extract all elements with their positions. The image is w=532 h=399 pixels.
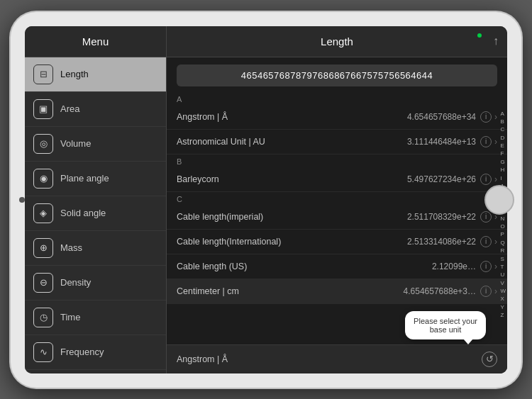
alpha-letter-u[interactable]: U <box>500 272 506 279</box>
unit-chevron-icon: › <box>494 174 497 184</box>
unit-name: Barleycorn <box>177 174 407 184</box>
unit-info-button[interactable]: i <box>480 136 492 147</box>
unit-chevron-icon: › <box>494 212 497 222</box>
frequency-icon: ∿ <box>33 342 53 362</box>
alpha-letter-y[interactable]: Y <box>500 304 506 311</box>
unit-row[interactable]: Astronomical Unit | AU3.111446484e+13i› <box>167 130 507 154</box>
sidebar-label-length: Length <box>60 69 89 79</box>
unit-row[interactable]: Cable length (US)2.12099e…i› <box>167 254 507 279</box>
alpha-letter-s[interactable]: S <box>500 256 506 263</box>
sidebar-item-frequency[interactable]: ∿Frequency <box>25 335 166 370</box>
sidebar-label-volume: Volume <box>60 138 91 149</box>
page-title: Length <box>321 35 353 47</box>
menu-header: Menu <box>25 26 167 57</box>
unit-value: 2.12099e… <box>432 262 476 271</box>
unit-name: Cable length(International) <box>177 237 407 247</box>
density-icon: ⊖ <box>33 273 53 293</box>
alpha-letter-l[interactable]: L <box>500 199 506 206</box>
unit-chevron-icon: › <box>494 237 497 247</box>
alpha-letter-g[interactable]: G <box>500 159 506 166</box>
unit-row[interactable]: Cable length(International)2.513314086e+… <box>167 230 507 254</box>
alpha-letter-b[interactable]: B <box>500 118 506 125</box>
unit-row[interactable]: Barleycorn5.497627234e+26i› <box>167 167 507 192</box>
reset-button[interactable]: ↺ <box>482 352 497 367</box>
share-icon[interactable]: ↑ <box>493 35 499 47</box>
alpha-letter-w[interactable]: W <box>500 288 506 296</box>
plane-angle-icon: ◉ <box>33 169 53 189</box>
alpha-letter-a[interactable]: A <box>500 111 506 118</box>
sidebar-label-plane-angle: Plane angle <box>60 173 109 184</box>
sidebar-item-area[interactable]: ▣Area <box>25 92 166 127</box>
sidebar-item-volume[interactable]: ◎Volume <box>25 127 166 162</box>
unit-chevron-icon: › <box>494 112 497 122</box>
alpha-letter-q[interactable]: Q <box>500 240 506 247</box>
status-dot <box>477 33 482 38</box>
unit-chevron-icon: › <box>494 286 497 296</box>
unit-row[interactable]: Centimeter | cm4.654657688e+3…i› <box>167 279 507 304</box>
unit-info-button[interactable]: i <box>480 174 492 185</box>
alpha-letter-o[interactable]: O <box>500 223 506 230</box>
alpha-index: ABCDEFGHIJKLMNOPQRSTUVWXYZ <box>500 111 506 320</box>
alpha-letter-j[interactable]: J <box>500 183 506 190</box>
alpha-letter-z[interactable]: Z <box>500 313 506 320</box>
alpha-letter-p[interactable]: P <box>500 232 506 239</box>
main-panel: 46546576878797686867667575756564644 AAng… <box>167 57 507 373</box>
alpha-letter-r[interactable]: R <box>500 248 506 255</box>
unit-info-button[interactable]: i <box>480 286 492 297</box>
unit-info-button[interactable]: i <box>480 236 492 247</box>
sidebar-label-time: Time <box>60 312 80 322</box>
sidebar-item-time[interactable]: ◷Time <box>25 300 166 335</box>
area-icon: ▣ <box>33 99 53 119</box>
alpha-letter-i[interactable]: I <box>500 175 506 182</box>
unit-value: 4.654657688e+3… <box>404 286 476 296</box>
unit-name: Astronomical Unit | AU <box>177 137 407 147</box>
unit-name: Cable length (US) <box>177 262 432 271</box>
bottom-unit-name: Angstrom | Å <box>177 354 482 364</box>
unit-name: Cable length(imperial) <box>177 212 407 222</box>
unit-row[interactable]: Angstrom | Å4.654657688e+34i› <box>167 105 507 130</box>
length-icon: ⊟ <box>33 64 53 84</box>
time-icon: ◷ <box>33 308 53 327</box>
alpha-letter-d[interactable]: D <box>500 135 506 142</box>
unit-value: 5.497627234e+26 <box>407 174 476 184</box>
sidebar-item-solid-angle[interactable]: ◈Solid angle <box>25 196 166 231</box>
app-body: ⊟Length▣Area◎Volume◉Plane angle◈Solid an… <box>25 57 507 373</box>
unit-info-button[interactable]: i <box>480 261 492 272</box>
unit-chevron-icon: › <box>494 137 497 147</box>
app-header: Menu Length ↑ <box>25 26 507 57</box>
input-value: 46546576878797686867667575756564644 <box>241 70 433 81</box>
mass-icon: ⊕ <box>33 238 53 258</box>
unit-info-button[interactable]: i <box>480 211 492 223</box>
title-header: Length ↑ <box>167 26 507 57</box>
unit-value: 2.511708329e+22 <box>407 212 476 222</box>
sidebar-item-speed[interactable]: ◎Speed <box>25 370 166 373</box>
sidebar-label-density: Density <box>60 277 91 288</box>
menu-label: Menu <box>82 35 109 47</box>
alpha-letter-x[interactable]: X <box>500 296 506 303</box>
alpha-letter-h[interactable]: H <box>500 167 506 174</box>
sidebar-item-plane-angle[interactable]: ◉Plane angle <box>25 162 166 196</box>
alpha-letter-e[interactable]: E <box>500 142 506 150</box>
volume-icon: ◎ <box>33 134 53 154</box>
unit-row[interactable]: Cable length(imperial)2.511708329e+22i› <box>167 205 507 230</box>
sidebar-item-length[interactable]: ⊟Length <box>25 57 166 92</box>
solid-angle-icon: ◈ <box>33 203 53 223</box>
alpha-letter-f[interactable]: F <box>500 151 506 158</box>
sidebar-item-mass[interactable]: ⊕Mass <box>25 231 166 266</box>
unit-name: Centimeter | cm <box>177 286 404 296</box>
section-label-b: B <box>167 154 507 167</box>
alpha-letter-k[interactable]: K <box>500 191 506 198</box>
alpha-letter-t[interactable]: T <box>500 264 506 271</box>
sidebar-label-solid-angle: Solid angle <box>60 208 106 218</box>
bottom-unit-row: Angstrom | Å ↺ <box>167 344 507 373</box>
unit-list: AAngstrom | Å4.654657688e+34i›Astronomic… <box>167 92 507 344</box>
sidebar-item-density[interactable]: ⊖Density <box>25 266 166 300</box>
sidebar: ⊟Length▣Area◎Volume◉Plane angle◈Solid an… <box>25 57 167 373</box>
alpha-letter-n[interactable]: N <box>500 215 506 223</box>
alpha-letter-m[interactable]: M <box>500 208 506 215</box>
unit-info-button[interactable]: i <box>480 111 492 123</box>
alpha-letter-v[interactable]: V <box>500 280 506 287</box>
alpha-letter-c[interactable]: C <box>500 127 506 134</box>
unit-value: 4.654657688e+34 <box>407 112 476 122</box>
unit-chevron-icon: › <box>494 262 497 271</box>
